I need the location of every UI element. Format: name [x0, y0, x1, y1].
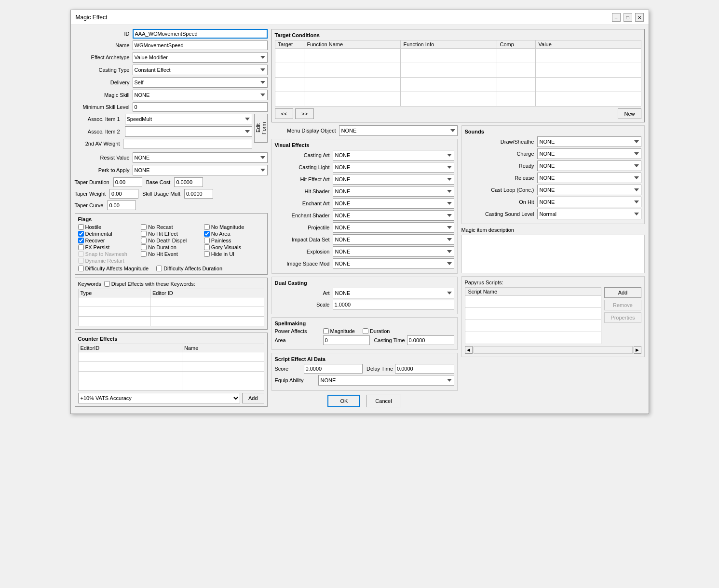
script-add-button[interactable]: Add	[604, 287, 641, 298]
casting-art-select[interactable]: NONE	[333, 150, 454, 160]
flag-gory-visuals[interactable]: Gory Visuals	[204, 244, 264, 250]
script-scrollbar[interactable]	[474, 346, 633, 354]
no-hit-event-checkbox[interactable]	[141, 251, 147, 257]
casting-time-input[interactable]	[407, 335, 454, 345]
draw-sheathe-select[interactable]: NONE	[537, 136, 641, 147]
image-space-mod-select[interactable]: NONE	[333, 258, 454, 269]
flag-no-death-dispel[interactable]: No Death Dispel	[141, 238, 201, 243]
flag-recover[interactable]: Recover	[78, 238, 138, 243]
dispel-keywords-checkbox[interactable]	[104, 281, 110, 287]
taper-curve-input[interactable]	[107, 200, 136, 210]
on-hit-select[interactable]: NONE	[537, 197, 641, 207]
flag-no-magnitude[interactable]: No Magnitude	[204, 224, 264, 230]
recover-checkbox[interactable]	[78, 238, 84, 243]
no-duration-checkbox[interactable]	[141, 244, 147, 250]
edit-form-button[interactable]: Edit Form	[254, 114, 268, 143]
2nd-av-weight-input[interactable]	[123, 139, 252, 148]
cancel-button[interactable]: Cancel	[366, 395, 401, 407]
power-affects-label: Power Affects	[275, 328, 323, 334]
no-death-dispel-checkbox[interactable]	[141, 238, 147, 243]
taper-weight-input[interactable]	[109, 189, 138, 199]
perk-to-apply-select[interactable]: NONE	[133, 165, 268, 175]
hit-shader-select[interactable]: NONE	[333, 186, 454, 197]
no-recast-checkbox[interactable]	[141, 224, 147, 230]
assoc-item1-select[interactable]: SpeedMult	[125, 114, 252, 124]
magnitude-checkbox[interactable]	[323, 328, 329, 334]
tc-new-button[interactable]: New	[618, 108, 641, 119]
dispel-keywords-label[interactable]: Dispel Effects with these Keywords:	[104, 281, 195, 287]
casting-type-select[interactable]: Constant Effect	[133, 65, 268, 75]
projectile-select[interactable]: NONE	[333, 222, 454, 233]
area-input[interactable]	[323, 335, 370, 345]
charge-select[interactable]: NONE	[537, 148, 641, 159]
cast-loop-select[interactable]: NONE	[537, 185, 641, 195]
taper-duration-input[interactable]	[113, 177, 142, 187]
min-skill-level-input[interactable]	[133, 102, 268, 112]
flag-fx-persist[interactable]: FX Persist	[78, 244, 138, 250]
no-magnitude-checkbox[interactable]	[204, 224, 210, 230]
skill-usage-mult-input[interactable]	[184, 189, 213, 199]
delay-time-input[interactable]	[395, 364, 454, 374]
casting-sound-level-select[interactable]: Normal	[537, 209, 641, 219]
score-input[interactable]	[304, 364, 363, 374]
tc-prev-button[interactable]: <<	[275, 108, 294, 119]
magic-skill-select[interactable]: NONE	[133, 90, 268, 100]
dc-scale-input[interactable]	[333, 300, 454, 309]
close-button[interactable]: ✕	[635, 13, 644, 22]
release-select[interactable]: NONE	[537, 173, 641, 183]
tc-col-function-info: Function Info	[400, 40, 497, 49]
duration-checkbox[interactable]	[363, 328, 368, 334]
minimize-button[interactable]: –	[612, 13, 621, 22]
magic-item-desc-textarea[interactable]	[461, 235, 645, 273]
difficulty-duration-checkbox[interactable]	[156, 266, 162, 271]
flag-no-area[interactable]: No Area	[204, 231, 264, 237]
flag-difficulty-duration[interactable]: Difficulty Affects Duration	[156, 266, 222, 271]
counter-effects-add-button[interactable]: Add	[242, 393, 264, 403]
assoc-item2-select[interactable]	[125, 126, 252, 137]
maximize-button[interactable]: □	[624, 13, 632, 22]
flag-detrimental[interactable]: Detrimental	[78, 231, 138, 237]
hostile-checkbox[interactable]	[78, 224, 84, 230]
enchant-shader-select[interactable]: NONE	[333, 210, 454, 221]
detrimental-checkbox[interactable]	[78, 231, 84, 237]
duration-checkbox-label[interactable]: Duration	[363, 328, 390, 334]
magic-skill-label: Magic Skill	[75, 92, 133, 98]
name-input[interactable]	[133, 40, 268, 50]
dc-art-select[interactable]: NONE	[333, 288, 454, 298]
menu-display-select[interactable]: NONE	[339, 125, 458, 136]
casting-light-select[interactable]: NONE	[333, 162, 454, 173]
flag-painless[interactable]: Painless	[204, 238, 264, 243]
gory-visuals-checkbox[interactable]	[204, 244, 210, 250]
ok-button[interactable]: OK	[327, 395, 360, 407]
scroll-right-button[interactable]: ▶	[634, 346, 641, 354]
tc-next-button[interactable]: >>	[295, 108, 314, 119]
no-area-checkbox[interactable]	[204, 231, 210, 237]
hit-effect-art-select[interactable]: NONE	[333, 174, 454, 185]
assoc-item2-row: Assoc. Item 2	[75, 126, 252, 137]
flag-no-duration[interactable]: No Duration	[141, 244, 201, 250]
painless-checkbox[interactable]	[204, 238, 210, 243]
scroll-left-button[interactable]: ◀	[465, 346, 473, 354]
effect-archetype-select[interactable]: Value Modifier	[133, 52, 268, 63]
impact-data-set-select[interactable]: NONE	[333, 234, 454, 245]
flag-difficulty-magnitude[interactable]: Difficulty Affects Magnitude	[78, 266, 149, 271]
difficulty-magnitude-checkbox[interactable]	[78, 266, 84, 271]
flag-hide-in-ui[interactable]: Hide in UI	[204, 251, 264, 257]
fx-persist-checkbox[interactable]	[78, 244, 84, 250]
hide-in-ui-checkbox[interactable]	[204, 251, 210, 257]
base-cost-input[interactable]	[174, 177, 203, 187]
delivery-select[interactable]: Self	[133, 77, 268, 88]
enchant-art-select[interactable]: NONE	[333, 198, 454, 209]
flag-no-hit-effect[interactable]: No Hit Effect	[141, 231, 201, 237]
resist-value-select[interactable]: NONE	[133, 152, 268, 163]
no-hit-effect-checkbox[interactable]	[141, 231, 147, 237]
magnitude-checkbox-label[interactable]: Magnitude	[323, 328, 355, 334]
id-input[interactable]	[133, 29, 268, 39]
equip-ability-select[interactable]: NONE	[318, 375, 454, 386]
flag-no-recast[interactable]: No Recast	[141, 224, 201, 230]
flag-no-hit-event[interactable]: No Hit Event	[141, 251, 201, 257]
counter-effects-dropdown[interactable]: +10% VATS Accuracy	[78, 393, 240, 403]
explosion-select[interactable]: NONE	[333, 246, 454, 257]
flag-hostile[interactable]: Hostile	[78, 224, 138, 230]
ready-select[interactable]: NONE	[537, 160, 641, 171]
